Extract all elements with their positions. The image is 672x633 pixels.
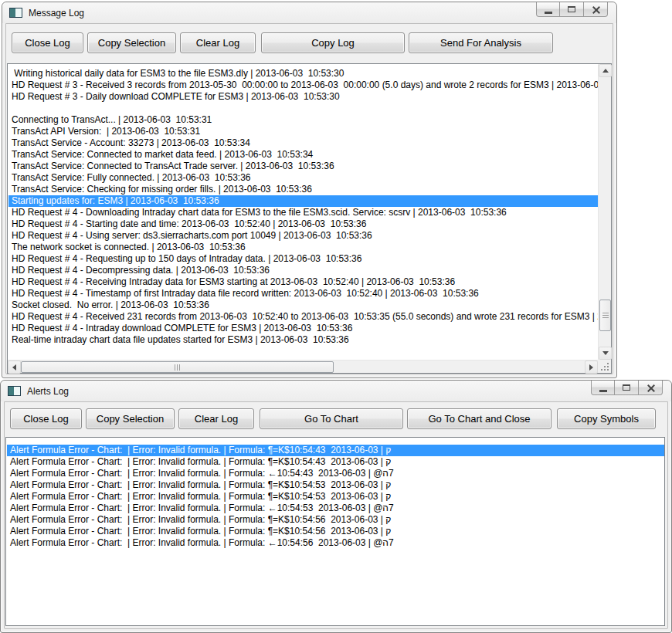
copy-selection-button[interactable]: Copy Selection bbox=[87, 32, 176, 53]
alerts-log-list[interactable]: Alert Formula Error - Chart: | Error: In… bbox=[5, 437, 665, 626]
arrow-left-icon bbox=[12, 364, 16, 371]
log-line[interactable]: Writing historical daily data for ESM3 t… bbox=[8, 68, 598, 80]
log-line[interactable]: Connecting to TransAct... | 2013-06-03 1… bbox=[8, 114, 598, 126]
arrow-down-icon bbox=[602, 351, 609, 355]
copy-selection-button[interactable]: Copy Selection bbox=[86, 408, 175, 429]
window-title: Message Log bbox=[29, 8, 84, 19]
log-line[interactable]: TransAct Service - Account: 33273 | 2013… bbox=[8, 137, 598, 149]
log-line[interactable]: HD Request # 3 - Daily download COMPLETE… bbox=[8, 91, 598, 103]
alerts-log-titlebar[interactable]: Alerts Log bbox=[1, 381, 671, 401]
arrow-right-icon bbox=[589, 364, 593, 371]
log-line[interactable]: TransAct Service: Checking for missing o… bbox=[8, 184, 598, 195]
copy-symbols-button[interactable]: Copy Symbols bbox=[557, 408, 656, 429]
vertical-scroll-thumb[interactable] bbox=[599, 300, 611, 331]
log-line[interactable] bbox=[8, 103, 598, 114]
log-line[interactable]: HD Request # 4 - Starting date and time:… bbox=[8, 218, 598, 230]
maximize-button[interactable] bbox=[560, 2, 584, 17]
log-line[interactable]: The network socket is connected. | 2013-… bbox=[8, 242, 598, 253]
go-to-chart-and-close-button[interactable]: Go To Chart and Close bbox=[407, 408, 552, 429]
horizontal-scrollbar[interactable] bbox=[8, 360, 598, 373]
go-to-chart-button[interactable]: Go To Chart bbox=[260, 408, 403, 429]
log-line[interactable]: Alert Formula Error - Chart: | Error: In… bbox=[7, 526, 664, 537]
resize-grip[interactable] bbox=[598, 360, 611, 373]
log-line[interactable]: Socket closed. No error. | 2013-06-03 10… bbox=[8, 300, 598, 311]
vertical-scrollbar[interactable] bbox=[598, 64, 611, 360]
message-log-window: Message Log Close Log Copy Selection Cle… bbox=[2, 2, 617, 378]
log-line[interactable]: HD Request # 4 - Intraday download COMPL… bbox=[8, 323, 598, 334]
close-button[interactable] bbox=[584, 2, 608, 17]
maximize-icon bbox=[623, 384, 630, 391]
log-line[interactable]: Alert Formula Error - Chart: | Error: In… bbox=[7, 537, 664, 549]
close-log-button[interactable]: Close Log bbox=[12, 32, 83, 53]
close-icon bbox=[592, 5, 600, 14]
minimize-button[interactable] bbox=[536, 2, 560, 17]
maximize-button[interactable] bbox=[615, 381, 639, 395]
log-line[interactable]: HD Request # 4 - Received 231 records fr… bbox=[8, 311, 598, 323]
clear-log-button[interactable]: Clear Log bbox=[178, 408, 254, 429]
app-icon bbox=[9, 8, 22, 18]
log-line[interactable]: Starting updates for: ESM3 | 2013-06-03 … bbox=[8, 195, 598, 207]
alerts-log-window: Alerts Log Close Log Copy Selection Clea… bbox=[0, 380, 672, 633]
scroll-left-button[interactable] bbox=[8, 361, 21, 374]
thumb-grip-icon bbox=[602, 313, 609, 319]
log-line[interactable]: Alert Formula Error - Chart: | Error: In… bbox=[7, 456, 664, 468]
app-icon bbox=[8, 386, 21, 396]
close-icon bbox=[647, 384, 655, 392]
log-line[interactable]: TransAct API Version: | 2013-06-03 10:53… bbox=[8, 126, 598, 137]
log-line[interactable]: HD Request # 3 - Received 3 records from… bbox=[8, 80, 598, 91]
log-line[interactable]: Alert Formula Error - Chart: | Error: In… bbox=[7, 503, 664, 514]
window-controls bbox=[536, 2, 608, 17]
send-for-analysis-button[interactable]: Send For Analysis bbox=[409, 32, 553, 53]
close-button[interactable] bbox=[639, 381, 663, 395]
scroll-right-button[interactable] bbox=[585, 361, 598, 374]
log-line[interactable]: TransAct Service: Fully connected. | 201… bbox=[8, 172, 598, 184]
maximize-icon bbox=[568, 6, 575, 12]
log-line[interactable]: TransAct Service: Connected to TransAct … bbox=[8, 161, 598, 172]
minimize-icon bbox=[545, 12, 552, 14]
log-line[interactable]: HD Request # 4 - Decompressing data. | 2… bbox=[8, 265, 598, 276]
window-controls bbox=[591, 381, 663, 395]
scroll-up-button[interactable] bbox=[599, 64, 612, 77]
log-line[interactable]: Alert Formula Error - Chart: | Error: In… bbox=[7, 491, 664, 503]
grip-dots-icon bbox=[607, 369, 609, 371]
thumb-grip-icon bbox=[175, 364, 181, 371]
log-line[interactable]: HD Request # 4 - Requesting up to 150 da… bbox=[8, 253, 598, 265]
log-line[interactable]: Alert Formula Error - Chart: | Error: In… bbox=[7, 445, 664, 456]
minimize-button[interactable] bbox=[591, 381, 615, 395]
log-line[interactable]: HD Request # 4 - Timestamp of first Intr… bbox=[8, 288, 598, 300]
message-log-titlebar[interactable]: Message Log bbox=[2, 2, 616, 23]
log-line[interactable]: HD Request # 4 - Using server: ds3.sierr… bbox=[8, 230, 598, 242]
message-log-list[interactable]: Writing historical daily data for ESM3 t… bbox=[7, 63, 612, 374]
window-title: Alerts Log bbox=[27, 386, 69, 397]
clear-log-button[interactable]: Clear Log bbox=[180, 32, 256, 53]
log-line[interactable]: Alert Formula Error - Chart: | Error: In… bbox=[7, 479, 664, 491]
close-log-button[interactable]: Close Log bbox=[10, 408, 82, 429]
log-line[interactable]: TransAct Service: Connected to market da… bbox=[8, 149, 598, 161]
copy-log-button[interactable]: Copy Log bbox=[261, 32, 405, 53]
desktop: Message Log Close Log Copy Selection Cle… bbox=[0, 0, 672, 633]
horizontal-scroll-thumb[interactable] bbox=[21, 361, 334, 373]
log-line[interactable]: HD Request # 4 - Receiving Intraday data… bbox=[8, 276, 598, 288]
log-line[interactable]: Alert Formula Error - Chart: | Error: In… bbox=[7, 514, 664, 526]
log-line[interactable]: Real-time intraday chart data file updat… bbox=[8, 334, 598, 346]
minimize-icon bbox=[599, 390, 607, 392]
arrow-up-icon bbox=[602, 69, 609, 73]
scroll-down-button[interactable] bbox=[599, 347, 612, 360]
log-line[interactable]: Alert Formula Error - Chart: | Error: In… bbox=[7, 468, 664, 479]
log-line[interactable]: HD Request # 4 - Downloading Intraday ch… bbox=[8, 207, 598, 218]
